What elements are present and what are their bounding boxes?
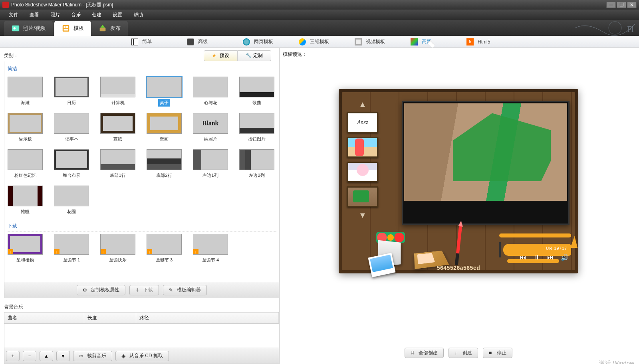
window-controls: ─ ☐ ✕ [606,2,637,8]
thumb-desk[interactable]: 桌子 [146,77,183,107]
remove-music-button[interactable]: － [23,351,36,361]
video-icon [355,38,362,46]
menu-music[interactable]: 音乐 [65,10,86,20]
download-button[interactable]: ⬇下载 [129,285,159,295]
svg-point-7 [609,22,621,34]
thumb-wall[interactable]: 壁画 [146,113,183,143]
thumb-beach[interactable]: 海滩 [7,77,44,107]
category-clean: 简洁 [7,64,276,74]
thumbs-clean: 海滩 日历 计算机 桌子 心与花 歌曲 告示板 记事本 宣纸 壁画 Blank纯… [7,77,276,216]
menu-help[interactable]: 帮助 [128,10,149,20]
preview-thumb-1[interactable]: Anxz [347,112,378,133]
left-pane: 类别： ★预设 🔧定制 简洁 海滩 日历 计算机 桌子 心与花 歌曲 告示板 记… [0,48,280,364]
maximize-button[interactable]: ☐ [617,2,626,8]
activate-windows-overlay: 激活 Window 转到"设置"以激活 [599,359,634,364]
thumb-curtain[interactable]: 帷幄 [7,186,44,216]
thumb-bottom1[interactable]: 底部1行 [99,149,136,179]
menu-create[interactable]: 创建 [86,10,107,20]
thumb-star-plant[interactable]: ↓星和植物 [7,234,44,264]
download-badge-icon: ↓ [8,249,13,255]
thumb-pink-memory[interactable]: 粉红色记忆 [7,149,44,179]
thumb-button-image[interactable]: 按钮图片 [238,113,275,143]
pause-button[interactable]: ⏸ [534,254,540,261]
preview-caption: 5645526a565cd [339,265,578,271]
thumb-stage[interactable]: 舞台布景 [53,149,90,179]
thumb-xmas-happy[interactable]: ↓圣诞快乐 [99,234,136,264]
download-badge-icon: ↓ [54,249,60,255]
thumb-next-button[interactable]: ▼ [359,211,367,219]
thumbs-download: ↓星和植物 ↓圣诞节 1 ↓圣诞快乐 ↓圣诞节 3 ↓圣诞节 4 [7,234,276,264]
svg-point-1 [14,27,16,30]
thumb-computer[interactable]: 计算机 [99,77,136,107]
stop-button[interactable]: ■停止 [483,348,512,358]
subnav-simple[interactable]: 简单 [124,38,180,46]
arrow-down-icon: ▼ [61,353,65,359]
template-editor-button[interactable]: ✎模板编辑器 [163,285,207,295]
custom-template-props-button[interactable]: ⚙定制模板属性 [77,285,125,295]
thumb-prev-button[interactable]: ▲ [359,100,367,108]
preview-thumb-3[interactable] [347,162,378,182]
tab-photos-video[interactable]: 照片/视频 [4,21,53,36]
create-all-button[interactable]: ⇊全部创建 [405,348,444,358]
arrow-up-icon: ▲ [44,353,49,359]
subnav-video[interactable]: 视频模板 [347,38,403,46]
right-pane: 模板预览： 安下载 anxz.com ▲ Anxz ▼ [280,48,639,364]
svg-text:Fl: Fl [627,25,634,34]
thumb-calendar[interactable]: 日历 [53,77,90,107]
thumb-heart-flower[interactable]: 心与花 [192,77,229,107]
menu-settings[interactable]: 设置 [107,10,128,20]
thumb-wreath[interactable]: 花圈 [53,186,90,216]
download-badge-icon: ↓ [193,249,198,255]
thumb-board[interactable]: 告示板 [7,113,44,143]
thumb-xmas1[interactable]: ↓圣诞节 1 [53,234,90,264]
camera-icon [187,38,194,46]
tab-publish[interactable]: 发布 [91,21,128,36]
subnav-web[interactable]: 网页模板 [236,38,292,46]
minimize-button[interactable]: ─ [606,2,616,8]
subnav-html5[interactable]: 5Html5 [459,38,515,46]
trim-music-button[interactable]: ✂裁剪音乐 [73,351,112,361]
menu-view[interactable]: 查看 [24,10,45,20]
subnav-gaoxin[interactable]: 高新 [403,38,459,46]
cd-icon: ◉ [121,353,127,359]
title-bar: Photo Slideshow Maker Platinum - [无标题.ps… [0,0,639,10]
preview-thumb-4[interactable] [347,186,378,207]
music-table[interactable]: 曲名 长度 路径 [4,312,279,348]
subnav-advanced[interactable]: 高级 [180,38,236,46]
html5-icon: 5 [466,38,474,46]
volume-button[interactable]: 🔊 [561,254,569,261]
template-gallery[interactable]: 简洁 海滩 日历 计算机 桌子 心与花 歌曲 告示板 记事本 宣纸 壁画 Bla… [4,61,279,282]
globe-icon [243,38,250,46]
thumb-xmas4[interactable]: ↓圣诞节 4 [192,234,229,264]
preview-label: 模板预览： [282,49,635,61]
close-button[interactable]: ✕ [627,2,637,8]
menu-photo[interactable]: 照片 [45,10,65,20]
add-music-button[interactable]: ＋ [6,351,20,361]
gaoxin-icon [411,38,418,46]
prev-track-button[interactable]: ⏮ [520,254,526,261]
menu-file[interactable]: 文件 [3,10,24,20]
pill-preset[interactable]: ★预设 [204,50,238,61]
thumb-blank[interactable]: Blank纯照片 [192,113,229,143]
double-arrow-down-icon: ⇊ [411,350,416,356]
col-song: 曲名 [4,313,84,323]
preview-thumb-2[interactable] [347,137,378,158]
thumb-left1[interactable]: 左边1列 [192,149,229,179]
next-track-button[interactable]: ⏭ [547,254,554,261]
move-up-button[interactable]: ▲ [40,351,53,361]
thumb-notebook[interactable]: 记事本 [53,113,90,143]
thumb-song[interactable]: 歌曲 [238,77,275,107]
pill-custom[interactable]: 🔧定制 [238,50,271,61]
rip-cd-button[interactable]: ◉从音乐 CD 抓取 [115,351,169,361]
thumb-xuan[interactable]: 宣纸 [99,113,136,143]
download-badge-icon: ↓ [147,249,152,255]
subnav-3d[interactable]: 三维模板 [292,38,347,46]
minus-icon: － [27,352,32,359]
thumb-bottom2[interactable]: 底部2行 [146,149,183,179]
tab-templates[interactable]: 模板 [54,21,91,36]
move-down-button[interactable]: ▼ [56,351,70,361]
thumb-left2[interactable]: 左边2列 [238,149,275,179]
svg-rect-5 [64,29,68,31]
create-button[interactable]: ↓创建 [448,348,478,358]
thumb-xmas3[interactable]: ↓圣诞节 3 [146,234,183,264]
